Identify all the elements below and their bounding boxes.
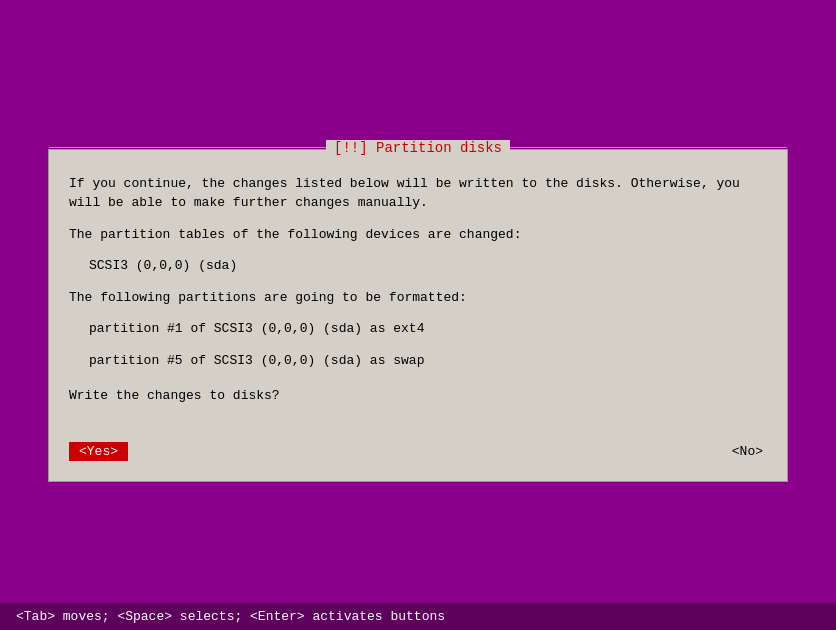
section2: The following partitions are going to be… (69, 288, 767, 371)
status-bar: <Tab> moves; <Space> selects; <Enter> ac… (0, 603, 836, 630)
section2-item1: partition #1 of SCSI3 (0,0,0) (sda) as e… (69, 319, 767, 339)
screen: [!!] Partition disks If you continue, th… (0, 0, 836, 630)
yes-button[interactable]: <Yes> (69, 442, 128, 461)
section2-header: The following partitions are going to be… (69, 288, 767, 308)
dialog-title: [!!] Partition disks (326, 140, 510, 156)
section1-header: The partition tables of the following de… (69, 225, 767, 245)
no-button[interactable]: <No> (728, 442, 767, 461)
dialog-box: [!!] Partition disks If you continue, th… (48, 149, 788, 482)
dialog-content: If you continue, the changes listed belo… (49, 150, 787, 434)
dialog-title-bar: [!!] Partition disks (49, 140, 787, 156)
section1-item1: SCSI3 (0,0,0) (sda) (69, 256, 767, 276)
title-line-left (49, 147, 326, 148)
question: Write the changes to disks? (69, 386, 767, 406)
body-line1: If you continue, the changes listed belo… (69, 174, 767, 213)
section1: The partition tables of the following de… (69, 225, 767, 276)
title-line-right (510, 147, 787, 148)
status-text: <Tab> moves; <Space> selects; <Enter> ac… (16, 609, 445, 624)
section2-item2: partition #5 of SCSI3 (0,0,0) (sda) as s… (69, 351, 767, 371)
button-row: <Yes> <No> (49, 434, 787, 461)
